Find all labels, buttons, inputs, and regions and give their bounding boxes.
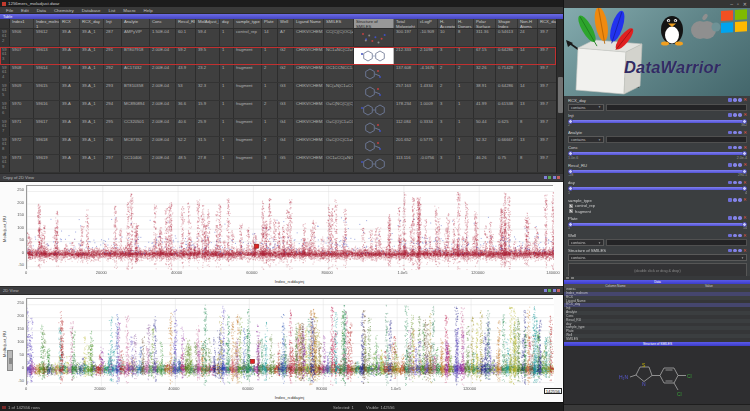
filter-text-input[interactable] — [606, 104, 747, 111]
slider-thumb[interactable] — [9, 358, 12, 364]
table-row[interactable]: 5961659705961639-A39-A_1294MC8908942.00E… — [0, 101, 556, 119]
filter-invert-icon[interactable] — [733, 113, 737, 117]
table-vertical-scrollbar[interactable] — [556, 19, 563, 173]
column-header[interactable]: RCX — [60, 19, 80, 28]
slider-max-thumb[interactable] — [742, 222, 747, 227]
filter-settings-icon[interactable] — [728, 249, 732, 253]
column-header[interactable]: sample_type — [234, 19, 262, 28]
filter-animate-icon[interactable] — [738, 113, 742, 117]
column-header[interactable]: Structure of SMILES — [354, 19, 394, 28]
filter-invert-icon[interactable] — [733, 163, 737, 167]
table-row[interactable]: 5961859725961839-A39-A_1296MC873522.00E-… — [0, 137, 556, 155]
range-slider[interactable] — [568, 118, 747, 124]
slider-min-thumb[interactable] — [568, 151, 573, 156]
table-row[interactable]: 5961459085961439-A39-A_1292AC174322.00E-… — [0, 65, 556, 83]
table-row[interactable]: 5961259065961239-A39-A_1287AMPyVIP1.50E-… — [0, 29, 556, 47]
view-color-icon[interactable] — [548, 289, 551, 292]
structure-drop-area[interactable]: (double click or drag & drop) — [568, 263, 747, 277]
filter-invert-icon[interactable] — [733, 249, 737, 253]
range-slider[interactable] — [568, 151, 747, 157]
filter-close-icon[interactable]: ✕ — [743, 249, 747, 253]
close-icon[interactable]: ✕ — [743, 0, 747, 8]
table-row[interactable]: 5961759715961739-A39-A_1295CC3205012.00E… — [0, 119, 556, 137]
view-2d-titlebar[interactable]: 2D View — [0, 287, 563, 295]
filter-close-icon[interactable]: ✕ — [743, 163, 747, 167]
filter-close-icon[interactable]: ✕ — [743, 234, 747, 238]
slider-max-thumb[interactable] — [742, 169, 747, 174]
view-close-icon[interactable] — [557, 289, 560, 292]
filter-settings-icon[interactable] — [728, 181, 732, 185]
menu-item-database[interactable]: Database — [78, 8, 105, 13]
column-header[interactable]: Plate — [262, 19, 278, 28]
column-header[interactable]: Analyte — [122, 19, 150, 28]
filter-invert-icon[interactable] — [733, 234, 737, 238]
detail-tab[interactable] — [571, 277, 574, 280]
maximize-icon[interactable]: ▫ — [737, 0, 739, 8]
filter-settings-icon[interactable] — [728, 113, 732, 117]
column-header[interactable]: Total Molweight — [394, 19, 418, 28]
filter-settings-icon[interactable] — [728, 198, 732, 202]
menu-item-file[interactable]: File — [2, 8, 17, 13]
scatter-canvas[interactable] — [27, 299, 554, 386]
view-zoom-icon[interactable] — [553, 289, 556, 292]
filter-invert-icon[interactable] — [733, 98, 737, 102]
filter-animate-icon[interactable] — [738, 198, 742, 202]
filter-animate-icon[interactable] — [738, 131, 742, 135]
column-header[interactable]: Resul_RU — [176, 19, 196, 28]
filter-settings-icon[interactable] — [728, 131, 732, 135]
minimize-icon[interactable]: – — [730, 0, 733, 8]
menu-item-help[interactable]: Help — [140, 8, 157, 13]
column-header[interactable]: Ligand Name — [294, 19, 324, 28]
filter-close-icon[interactable]: ✕ — [743, 98, 747, 102]
column-header[interactable]: SMILES — [324, 19, 354, 28]
column-header[interactable]: Polar Surface Area — [474, 19, 496, 28]
menu-item-list[interactable]: List — [105, 8, 120, 13]
data-table[interactable]: Index1Index_molnum 1RCXRCX_dayInjtAnalyt… — [0, 19, 556, 173]
column-header[interactable]: Injt — [104, 19, 122, 28]
slider-min-thumb[interactable] — [568, 169, 573, 174]
column-header[interactable]: H-Donors — [456, 19, 474, 28]
filter-settings-icon[interactable] — [728, 146, 732, 150]
structure-operator-select[interactable]: contains▼ — [568, 254, 747, 261]
filter-settings-icon[interactable] — [728, 234, 732, 238]
filter-close-icon[interactable]: ✕ — [743, 146, 747, 150]
filter-close-icon[interactable]: ✕ — [743, 198, 747, 202]
filter-invert-icon[interactable] — [733, 146, 737, 150]
y-axis-zoom-slider[interactable] — [7, 350, 13, 371]
menu-item-chemistry[interactable]: Chemistry — [50, 8, 78, 13]
filter-animate-icon[interactable] — [738, 234, 742, 238]
filter-animate-icon[interactable] — [738, 98, 742, 102]
filter-close-icon[interactable]: ✕ — [743, 113, 747, 117]
slider-min-thumb[interactable] — [568, 186, 573, 191]
column-header[interactable]: H-Acceptors — [438, 19, 456, 28]
filter-invert-icon[interactable] — [733, 131, 737, 135]
slider-min-thumb[interactable] — [568, 119, 573, 124]
checkbox-icon[interactable]: ✓ — [569, 209, 573, 213]
detail-tab[interactable] — [566, 277, 569, 280]
filter-animate-icon[interactable] — [738, 163, 742, 167]
range-slider[interactable] — [568, 186, 747, 192]
column-header[interactable]: Shape Index — [496, 19, 518, 28]
filter-close-icon[interactable]: ✕ — [743, 181, 747, 185]
slider-min-thumb[interactable] — [568, 222, 573, 227]
plot-area[interactable] — [26, 298, 553, 385]
range-slider[interactable] — [568, 221, 747, 227]
filter-close-icon[interactable]: ✕ — [743, 216, 747, 220]
column-header[interactable]: day — [220, 19, 234, 28]
range-slider[interactable] — [568, 168, 747, 174]
table-row[interactable]: 5961959735961939-A39-A_1297CC104062.00E-… — [0, 155, 556, 173]
menu-item-edit[interactable]: Edit — [17, 8, 33, 13]
filter-invert-icon[interactable] — [733, 216, 737, 220]
filter-operator-select[interactable]: contains▼ — [568, 239, 604, 246]
column-header[interactable]: Well — [278, 19, 294, 28]
column-header[interactable]: cLogP — [418, 19, 438, 28]
view-config-icon[interactable] — [544, 176, 547, 179]
view-zoom-icon[interactable] — [553, 176, 556, 179]
table-row[interactable]: 5961559095961539-A39-A_1293BT8103582.00E… — [0, 83, 556, 101]
filter-animate-icon[interactable] — [738, 181, 742, 185]
filter-invert-icon[interactable] — [733, 181, 737, 185]
table-row[interactable]: 5961359075961339-A39-A_1291BT8079182.00E… — [0, 47, 556, 65]
view-config-icon[interactable] — [544, 289, 547, 292]
filter-close-icon[interactable]: ✕ — [743, 131, 747, 135]
view-close-icon[interactable] — [557, 176, 560, 179]
